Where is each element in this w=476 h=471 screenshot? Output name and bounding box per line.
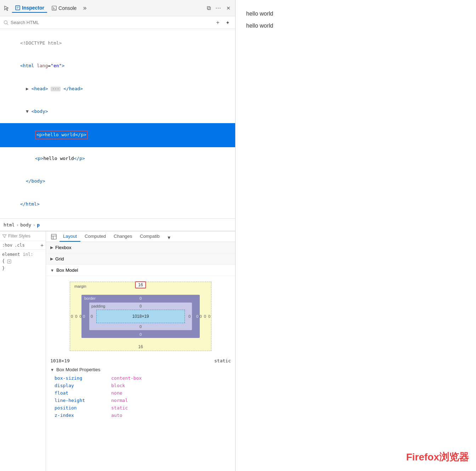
panel-bottom: Filter Styles :hov .cls + element inl: { [0, 231, 235, 471]
more-tabs-icon[interactable]: » [81, 4, 89, 12]
tab-layout[interactable]: Layout [60, 231, 80, 242]
breadcrumb-sep2: › [33, 222, 35, 228]
prop-line-height: line-height normal [46, 397, 235, 404]
content-size: 1018×19 [132, 314, 149, 319]
element-size: 1018×19 [50, 358, 70, 363]
flexbox-label: Flexbox [55, 245, 72, 250]
layout-panel-icon[interactable] [49, 232, 59, 242]
new-window-icon[interactable]: ⧉ [205, 4, 212, 12]
breadcrumb-html[interactable]: html [4, 222, 15, 228]
box-model-properties-header[interactable]: ▼ Box Model Properties [46, 365, 235, 374]
border-top-value: 0 [140, 296, 142, 300]
size-position-row: 1018×19 static [46, 357, 235, 365]
close-icon[interactable]: ✕ [225, 4, 232, 12]
box-model-collapse-icon: ▼ [50, 268, 54, 272]
prop-box-sizing: box-sizing content-box [46, 374, 235, 382]
element-value: inl: [23, 251, 33, 258]
rule-icon [7, 259, 12, 264]
search-icon [4, 20, 8, 25]
filter-styles-bar: Filter Styles [0, 231, 46, 241]
border-label: border [84, 296, 96, 300]
bmp-collapse-icon: ▼ [50, 368, 54, 372]
close-brace: } [2, 266, 5, 271]
html-line-p2[interactable]: <p>hello world</p> [0, 147, 235, 170]
pick-element-icon[interactable]: ✦ [224, 19, 232, 27]
flexbox-section-header[interactable]: ▶ Flexbox [46, 242, 235, 253]
html-line-body-open[interactable]: ▼ <body> [0, 100, 235, 123]
devtools-toolbar: Inspector Console » ⧉ ⋯ ✕ [0, 0, 235, 16]
console-tab[interactable]: Console [49, 4, 79, 12]
padding-left-value: 0 [91, 314, 93, 318]
box-model-section-header[interactable]: ▼ Box Model [46, 265, 235, 276]
flexbox-collapse-icon: ▶ [50, 245, 53, 250]
element-position: static [214, 358, 231, 363]
content-box: 1018×19 [96, 310, 185, 323]
padding-right-value: 0 [188, 314, 191, 318]
html-line-body-close[interactable]: </body> [0, 170, 235, 193]
properties-list: box-sizing content-box display block flo… [46, 374, 235, 419]
pointer-icon[interactable] [3, 4, 11, 12]
layout-panel: Layout Computed Changes Compatib ▼ ▶ Fle… [46, 231, 235, 471]
margin-bottom-value: 16 [138, 344, 143, 349]
margin-left-values: 0 0 0 [71, 314, 82, 318]
html-line-p1[interactable]: <p>hello world</p> [0, 123, 235, 147]
prop-position: position static [46, 404, 235, 412]
firefox-watermark: Firefox浏览器 [406, 450, 469, 464]
cls-button[interactable]: .cls [15, 243, 25, 248]
page-preview: hello world hello world Firefox浏览器 [236, 0, 476, 471]
preview-line1: hello world [246, 11, 465, 17]
element-selector: element [2, 251, 20, 258]
border-bottom-value: 0 [140, 332, 142, 337]
svg-rect-0 [16, 6, 20, 10]
grid-section-header[interactable]: ▶ Grid [46, 253, 235, 265]
preview-line2: hello world [246, 23, 465, 29]
overflow-menu-icon[interactable]: ⋯ [215, 4, 222, 12]
tab-computed[interactable]: Computed [81, 231, 109, 242]
svg-rect-4 [51, 234, 56, 239]
styles-sidebar: Filter Styles :hov .cls + element inl: { [0, 231, 46, 471]
add-rule-button[interactable]: + [41, 242, 44, 248]
tab-compatib[interactable]: Compatib [136, 231, 163, 242]
open-brace: { [2, 258, 5, 265]
filter-icon [2, 234, 7, 239]
html-line-head[interactable]: ▶ <head> ··· </head> [0, 77, 235, 100]
html-line-html[interactable]: <html lang="en"> [0, 54, 235, 77]
svg-rect-1 [52, 6, 56, 10]
margin-right-values: 0 0 0 [199, 314, 210, 318]
margin-top-value[interactable]: 16 [135, 281, 146, 288]
grid-label: Grid [55, 256, 64, 262]
search-bar: + ✦ [0, 16, 235, 29]
svg-point-2 [4, 21, 7, 24]
prop-z-index: z-index auto [46, 412, 235, 419]
bmp-label: Box Model Properties [56, 367, 100, 372]
padding-bottom-value: 0 [140, 324, 142, 329]
grid-collapse-icon: ▶ [50, 257, 53, 261]
breadcrumb: html › body › p [0, 218, 235, 231]
breadcrumb-p[interactable]: p [37, 222, 40, 228]
inspector-tab[interactable]: Inspector [12, 4, 47, 13]
hov-button[interactable]: :hov [2, 243, 12, 248]
search-input[interactable] [11, 20, 212, 25]
prop-display: display block [46, 382, 235, 389]
html-line-doctype[interactable]: <!DOCTYPE html> [0, 32, 235, 54]
box-model-label: Box Model [56, 268, 78, 273]
padding-top-value: 0 [140, 304, 142, 308]
breadcrumb-sep1: › [16, 222, 19, 228]
hov-cls-bar: :hov .cls + [0, 241, 46, 250]
tab-more-icon[interactable]: ▼ [164, 234, 174, 242]
layout-tabs-bar: Layout Computed Changes Compatib ▼ [46, 231, 235, 242]
add-node-icon[interactable]: + [214, 19, 222, 27]
breadcrumb-body[interactable]: body [20, 222, 31, 228]
prop-float: float none [46, 389, 235, 397]
border-right-value: 0 [196, 314, 198, 318]
html-line-html-close[interactable]: </html> [0, 193, 235, 216]
html-tree: <!DOCTYPE html> <html lang="en"> ▶ <head… [0, 29, 235, 218]
element-rule: element inl: { } [0, 250, 46, 273]
tab-changes[interactable]: Changes [110, 231, 136, 242]
filter-styles-label: Filter Styles [8, 234, 30, 239]
margin-label: margin [74, 284, 86, 288]
padding-label: padding [91, 304, 105, 308]
box-model-diagram: margin 16 16 0 0 0 0 0 0 border 0 [46, 276, 235, 357]
border-left-value: 0 [83, 314, 85, 318]
